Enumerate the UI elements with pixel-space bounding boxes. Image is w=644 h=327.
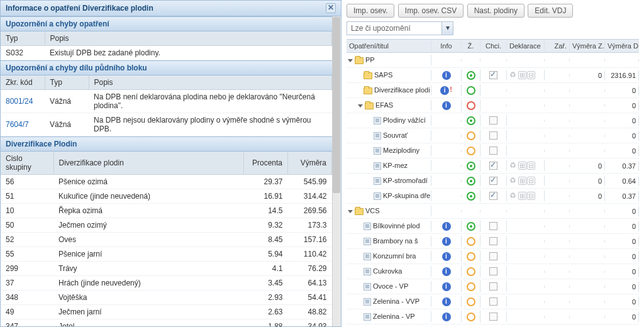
- checkbox[interactable]: [489, 177, 497, 185]
- tree-label: EFAS: [347, 100, 431, 111]
- tree-row[interactable]: EFASi0: [347, 98, 639, 113]
- folder-icon: [355, 57, 364, 64]
- tree-row[interactable]: Cukrovkai0: [347, 264, 639, 279]
- info-icon[interactable]: i: [442, 282, 451, 291]
- cell-kod[interactable]: 8001/24: [1, 90, 45, 113]
- status-icon: [467, 101, 475, 110]
- info-icon[interactable]: i: [440, 86, 449, 95]
- cell-vymz: [570, 225, 605, 228]
- tree-row[interactable]: Zelenina - VVPi0: [347, 294, 639, 309]
- tree-row[interactable]: KP-mez⊞⊟00.37: [347, 158, 639, 174]
- cell-div: Řepka ozimá: [53, 204, 244, 218]
- close-icon[interactable]: ✕: [326, 3, 336, 13]
- tree-row[interactable]: KP-skupina dře⊞⊟00.37: [347, 189, 639, 204]
- tree-row[interactable]: Diverzifikace plodii!0: [347, 83, 639, 98]
- tree-row[interactable]: Plodiny vážící0: [347, 113, 639, 128]
- table-row: 8001/24VážnáNa DPB není deklarována plod…: [1, 90, 332, 113]
- decl-icons[interactable]: ⊞⊟: [518, 192, 536, 199]
- info-icon[interactable]: i: [442, 313, 451, 321]
- cell-div: Kukuřice (jinde neuvedená): [53, 189, 244, 204]
- item-icon: [364, 223, 371, 230]
- info-icon[interactable]: i: [442, 237, 451, 246]
- decl-icons[interactable]: ⊞⊟: [518, 177, 536, 184]
- recycle-icon[interactable]: [509, 192, 518, 200]
- status-icon: [467, 313, 475, 321]
- checkbox[interactable]: [489, 297, 497, 306]
- checkbox[interactable]: [489, 147, 497, 155]
- filter-combo[interactable]: ▾: [347, 21, 453, 35]
- tree-row[interactable]: Zelenina - VPi0: [347, 309, 639, 324]
- checkbox[interactable]: [489, 116, 497, 125]
- checkbox[interactable]: [489, 222, 497, 230]
- checkbox[interactable]: [489, 71, 497, 79]
- cell-kod[interactable]: 7604/7: [1, 113, 45, 136]
- filter-input[interactable]: [347, 22, 438, 35]
- cell-div: Trávy: [53, 262, 244, 276]
- btn-nast-plodiny[interactable]: Nast. plodiny: [467, 4, 525, 18]
- info-icon[interactable]: i: [442, 71, 451, 80]
- checkbox[interactable]: [489, 313, 497, 321]
- btn-imp-osev[interactable]: Imp. osev.: [347, 4, 394, 18]
- tree-row[interactable]: VCS0: [347, 204, 639, 219]
- cell-vymd: 0: [605, 297, 639, 307]
- cell-vymd: 0.64: [605, 176, 639, 186]
- info-icon[interactable]: i: [442, 267, 451, 276]
- cell-vym: 76.29: [288, 262, 332, 276]
- tree-row[interactable]: Ovoce - VPi0: [347, 279, 639, 294]
- cell-div: Oves: [53, 233, 244, 247]
- toggle-icon[interactable]: [358, 104, 363, 108]
- tree-row[interactable]: LFA: [347, 324, 639, 327]
- tree-label: Diverzifikace plodi: [347, 85, 431, 96]
- col-kod: Zkr. kód: [1, 75, 45, 90]
- table-row: 7604/7VážnáNa DPB nejsou deklarovány plo…: [1, 113, 332, 136]
- tree-row[interactable]: SAPSi⊞⊟02316.91: [347, 68, 639, 83]
- info-icon[interactable]: i: [442, 101, 451, 110]
- recycle-icon[interactable]: [509, 162, 518, 170]
- cell-vymz: [570, 89, 605, 92]
- decl-icons[interactable]: ⊞⊟: [518, 162, 536, 169]
- cell-pct: 2.93: [244, 291, 288, 305]
- tree-row[interactable]: Bílkovinné plodi0: [347, 219, 639, 234]
- checkbox[interactable]: [489, 252, 497, 260]
- checkbox[interactable]: [489, 267, 497, 275]
- info-icon[interactable]: i: [442, 222, 451, 231]
- toolbar: Imp. osev. Imp. osev. CSV Nast. plodiny …: [347, 4, 639, 18]
- cell-pct: 8.45: [244, 233, 288, 247]
- tree-row[interactable]: Brambory na ši0: [347, 234, 639, 249]
- info-icon[interactable]: i: [442, 252, 451, 261]
- tree-row[interactable]: KP-stromořadí⊞⊟00.64: [347, 174, 639, 189]
- scrollbar[interactable]: [332, 16, 341, 326]
- btn-imp-osev-csv[interactable]: Imp. osev. CSV: [398, 4, 464, 18]
- decl-icons[interactable]: ⊞⊟: [518, 71, 536, 79]
- tree-row[interactable]: PP: [347, 53, 639, 68]
- info-icon[interactable]: i: [442, 297, 451, 306]
- tree-row[interactable]: Konzumní brai0: [347, 249, 639, 264]
- cell-vym: 269.56: [288, 204, 332, 218]
- recycle-icon[interactable]: [509, 177, 518, 185]
- table-row: S032Existují DPB bez zadané plodiny.: [1, 46, 332, 60]
- col-vym: Výměra: [288, 152, 332, 175]
- cell-vymd: 0: [605, 282, 639, 292]
- recycle-icon[interactable]: [509, 71, 518, 79]
- tree-row[interactable]: Souvrať0: [347, 128, 639, 143]
- table-row: 348Vojtěška2.9354.41: [1, 291, 332, 305]
- col-vymz: Výměra Z.: [570, 41, 605, 51]
- toggle-icon[interactable]: [348, 59, 353, 62]
- checkbox[interactable]: [489, 237, 497, 245]
- toggle-icon[interactable]: [348, 210, 353, 213]
- cell-sk: 299: [1, 262, 53, 276]
- checkbox[interactable]: [489, 192, 497, 200]
- cell-vymz: [570, 270, 605, 273]
- btn-edit-vdj[interactable]: Edit. VDJ: [528, 4, 573, 18]
- right-panel: Imp. osev. Imp. osev. CSV Nast. plodiny …: [341, 0, 644, 327]
- tree-row[interactable]: Meziplodiny0: [347, 143, 639, 158]
- cell-vymz: [570, 150, 605, 152]
- checkbox[interactable]: [489, 131, 497, 140]
- cell-sk: 56: [1, 175, 53, 189]
- section-header-3: Diverzifikace Plodin: [1, 136, 332, 152]
- checkbox[interactable]: [489, 282, 497, 291]
- scrollbar-thumb[interactable]: [333, 17, 340, 193]
- tree-label: Plodiny vážící: [347, 115, 431, 126]
- checkbox[interactable]: [489, 162, 497, 170]
- chevron-down-icon[interactable]: ▾: [441, 22, 453, 35]
